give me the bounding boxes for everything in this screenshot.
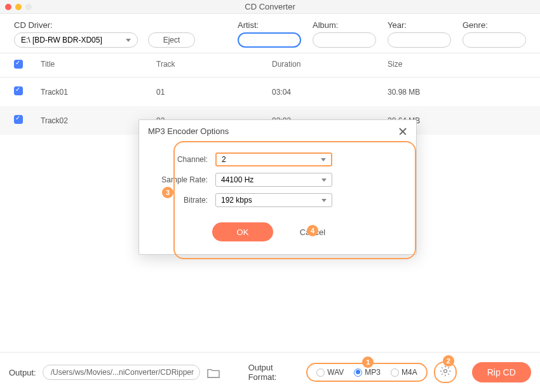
window-title: CD Converter: [245, 2, 295, 11]
gear-icon: [439, 365, 452, 380]
format-radio-group: 1 WAV MP3 M4A: [306, 363, 427, 382]
row-checkbox[interactable]: [14, 86, 23, 95]
cell-duration: 03:04: [272, 88, 388, 97]
bitrate-label: Bitrate:: [151, 196, 208, 205]
bitrate-value: 192 kbps: [221, 196, 252, 205]
header-size: Size: [388, 60, 526, 71]
window-controls: [5, 4, 32, 10]
modal-title: MP3 Encoder Options: [148, 126, 229, 136]
sample-rate-label: Sample Rate:: [151, 175, 208, 184]
chevron-down-icon: [321, 199, 327, 202]
cd-driver-label: CD Driver:: [14, 20, 198, 30]
maximize-window-icon: [25, 4, 32, 10]
eject-button[interactable]: Eject: [148, 32, 195, 48]
encoder-options-modal: MP3 Encoder Options 3 4 Channel: 2 Sampl…: [138, 119, 417, 255]
chevron-down-icon: [321, 179, 327, 182]
close-icon[interactable]: [398, 127, 407, 136]
channel-value: 2: [222, 155, 226, 164]
svg-point-0: [443, 370, 447, 373]
rip-cd-button[interactable]: Rip CD: [472, 362, 531, 382]
select-all-checkbox[interactable]: [14, 60, 23, 69]
channel-select[interactable]: 2: [215, 152, 332, 166]
output-format-label: Output Format:: [248, 363, 300, 382]
badge-3: 3: [162, 187, 173, 198]
header-title: Title: [41, 60, 156, 71]
album-input[interactable]: [313, 32, 376, 48]
format-m4a-radio[interactable]: M4A: [391, 368, 417, 377]
year-label: Year:: [388, 20, 451, 30]
year-input[interactable]: [388, 32, 451, 48]
header-track: Track: [156, 60, 272, 71]
genre-input[interactable]: [462, 32, 526, 48]
minimize-window-icon[interactable]: [15, 4, 22, 10]
browse-folder-icon[interactable]: [206, 367, 219, 377]
close-window-icon[interactable]: [5, 4, 11, 10]
artist-label: Artist:: [238, 20, 301, 30]
format-mp3-radio[interactable]: MP3: [354, 368, 381, 377]
cd-driver-value: E:\ [BD-RW BDR-XD05]: [21, 36, 102, 44]
cell-size: 30.98 MB: [388, 88, 526, 97]
badge-1: 1: [362, 356, 374, 368]
titlebar: CD Converter: [0, 0, 540, 14]
album-label: Album:: [313, 20, 376, 30]
bitrate-select[interactable]: 192 kbps: [215, 193, 332, 207]
badge-4: 4: [307, 225, 318, 236]
output-path-value: /Users/ws/Movies/...niConverter/CDRipper: [51, 368, 194, 377]
chevron-down-icon: [321, 158, 326, 161]
table-row[interactable]: Track01 01 03:04 30.98 MB: [0, 78, 540, 106]
genre-label: Genre:: [462, 20, 526, 30]
cell-track: 01: [156, 88, 272, 97]
sample-rate-select[interactable]: 44100 Hz: [215, 173, 332, 187]
ok-button[interactable]: OK: [212, 222, 273, 241]
row-checkbox[interactable]: [14, 115, 23, 124]
format-wav-radio[interactable]: WAV: [316, 368, 344, 377]
bottom-toolbar: Output: /Users/ws/Movies/...niConverter/…: [0, 352, 540, 392]
badge-2: 2: [443, 355, 454, 367]
chevron-down-icon: [126, 39, 131, 42]
output-label: Output:: [9, 368, 36, 377]
top-toolbar: CD Driver: E:\ [BD-RW BDR-XD05] Eject Ar…: [0, 14, 540, 53]
sample-rate-value: 44100 Hz: [221, 175, 253, 184]
format-settings-button[interactable]: 2: [434, 362, 457, 383]
artist-input[interactable]: [238, 32, 301, 48]
cell-title: Track01: [41, 88, 156, 97]
header-duration: Duration: [272, 60, 388, 71]
table-header: Title Track Duration Size: [0, 53, 540, 77]
channel-label: Channel:: [151, 155, 208, 164]
cd-driver-select[interactable]: E:\ [BD-RW BDR-XD05]: [14, 32, 138, 48]
output-path-field[interactable]: /Users/ws/Movies/...niConverter/CDRipper: [43, 365, 200, 380]
